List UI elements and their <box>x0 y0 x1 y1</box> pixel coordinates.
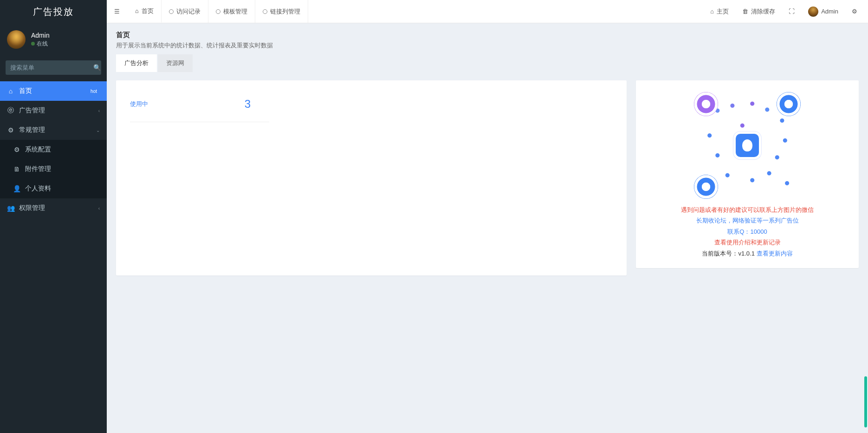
scroll-indicator[interactable] <box>864 376 867 427</box>
nav-label: 权限管理 <box>19 204 45 212</box>
qq-icon <box>736 134 759 157</box>
nav-label: 系统配置 <box>25 145 51 154</box>
cogs-icon: ⚙ <box>852 8 857 15</box>
tab-ad-analysis[interactable]: 广告分析 <box>116 54 157 72</box>
nav-label: 首页 <box>19 87 32 95</box>
tab-label: 模板管理 <box>223 7 247 16</box>
status-dot-icon <box>31 42 35 46</box>
settings-button[interactable]: ⚙ <box>845 0 864 23</box>
bars-icon: ☰ <box>114 8 120 15</box>
clear-cache-button[interactable]: 🗑清除缓存 <box>736 0 782 23</box>
circle-icon <box>169 9 174 14</box>
nav-system-config[interactable]: ⚙ 系统配置 <box>0 140 107 159</box>
tab-label: 访问记录 <box>176 7 201 16</box>
content: 首页 用于展示当前系统中的统计数据、统计报表及重要实时数据 广告分析 资源网 使… <box>107 23 868 433</box>
qr-finder-icon <box>694 175 718 199</box>
nav-label: 常规管理 <box>19 126 45 134</box>
user-panel[interactable]: Admin 在线 <box>0 23 107 56</box>
globe-icon: ⓔ <box>7 106 14 115</box>
stat-row[interactable]: 使用中 3 <box>130 92 269 122</box>
home-icon: ⌂ <box>710 8 714 15</box>
nav-label: 广告管理 <box>19 106 45 115</box>
stats-card: 使用中 3 <box>116 80 627 276</box>
nav-general[interactable]: ⚙ 常规管理 ⌄ <box>0 120 107 140</box>
circle-icon <box>216 9 220 14</box>
file-icon: 🗎 <box>13 165 20 173</box>
home-icon: ⌂ <box>135 7 139 14</box>
tab-template[interactable]: 模板管理 <box>208 0 255 23</box>
version-text: v1.0.1 <box>738 250 754 257</box>
nav-attachment[interactable]: 🗎 附件管理 <box>0 159 107 179</box>
usage-link[interactable]: 查看使用介绍和更新记录 <box>714 239 781 246</box>
toggle-sidebar-button[interactable]: ☰ <box>107 0 128 23</box>
gear-icon: ⚙ <box>13 146 20 153</box>
menu-search: 🔍 <box>6 60 101 75</box>
tab-label: 链接列管理 <box>270 7 300 16</box>
hot-badge: hot <box>88 88 100 94</box>
nav-permission[interactable]: 👥 权限管理 ‹ <box>0 198 107 218</box>
nav-ads[interactable]: ⓔ 广告管理 ‹ <box>0 101 107 120</box>
tab-home[interactable]: ⌂首页 <box>128 0 162 23</box>
search-input[interactable] <box>6 60 93 75</box>
users-icon: 👥 <box>7 204 14 212</box>
content-tabs: 广告分析 资源网 <box>116 54 859 72</box>
nav-menu: ⌂ 首页 hot ⓔ 广告管理 ‹ ⚙ 常规管理 ⌄ ⚙ 系统配置 🗎 附件管理 <box>0 81 107 218</box>
qr-code <box>694 92 801 199</box>
nav-home[interactable]: ⌂ 首页 hot <box>0 81 107 101</box>
notice-line: 遇到问题或者有好的建议可以联系上方图片的微信 <box>681 204 814 215</box>
nav-profile[interactable]: 👤 个人资料 <box>0 179 107 198</box>
page-header: 首页 用于展示当前系统中的统计数据、统计报表及重要实时数据 <box>116 31 859 50</box>
chevron-down-icon: ⌄ <box>96 128 100 133</box>
chevron-left-icon: ‹ <box>98 108 100 113</box>
notice-card: 遇到问题或者有好的建议可以联系上方图片的微信 长期收论坛，网络验证等一系列广告位… <box>636 80 859 268</box>
update-link[interactable]: 查看更新内容 <box>757 250 793 257</box>
user-icon: 👤 <box>13 185 20 192</box>
notice-line: 联系Q：10000 <box>681 226 814 237</box>
trash-icon: 🗑 <box>742 8 748 15</box>
page-subtitle: 用于展示当前系统中的统计数据、统计报表及重要实时数据 <box>116 41 859 50</box>
stat-label: 使用中 <box>130 100 148 108</box>
search-icon: 🔍 <box>93 64 101 71</box>
nav-label: 附件管理 <box>25 165 51 173</box>
top-user-menu[interactable]: Admin <box>802 0 845 23</box>
tab-visit-log[interactable]: 访问记录 <box>162 0 208 23</box>
tab-resource-net[interactable]: 资源网 <box>158 54 193 72</box>
tab-link-list[interactable]: 链接列管理 <box>255 0 308 23</box>
avatar-icon <box>808 7 818 17</box>
notice-text: 遇到问题或者有好的建议可以联系上方图片的微信 长期收论坛，网络验证等一系列广告位… <box>681 204 814 259</box>
avatar <box>7 30 26 49</box>
chevron-left-icon: ‹ <box>98 206 100 211</box>
nav-label: 个人资料 <box>25 184 51 193</box>
user-status: 在线 <box>31 40 50 48</box>
page-title: 首页 <box>116 31 859 39</box>
qr-finder-icon <box>777 92 801 116</box>
fullscreen-button[interactable]: ⛶ <box>782 0 802 23</box>
cogs-icon: ⚙ <box>7 126 14 134</box>
notice-line: 长期收论坛，网络验证等一系列广告位 <box>681 215 814 226</box>
top-home-link[interactable]: ⌂主页 <box>704 0 736 23</box>
search-button[interactable]: 🔍 <box>93 60 101 75</box>
version-line: 当前版本号：v1.0.1 查看更新内容 <box>681 248 814 259</box>
user-name: Admin <box>31 31 50 40</box>
topbar: ☰ ⌂首页 访问记录 模板管理 链接列管理 ⌂主页 🗑清除缓存 ⛶ Admin … <box>107 0 868 23</box>
sidebar: 广告投放 Admin 在线 🔍 ⌂ 首页 hot ⓔ 广告管理 ‹ <box>0 0 107 433</box>
circle-icon <box>263 9 267 14</box>
qr-finder-icon <box>694 92 718 116</box>
home-icon: ⌂ <box>7 87 14 95</box>
main: ☰ ⌂首页 访问记录 模板管理 链接列管理 ⌂主页 🗑清除缓存 ⛶ Admin … <box>107 0 868 433</box>
tab-label: 首页 <box>142 7 154 15</box>
brand-logo[interactable]: 广告投放 <box>0 0 107 23</box>
stat-value: 3 <box>245 98 269 111</box>
expand-icon: ⛶ <box>789 8 795 15</box>
